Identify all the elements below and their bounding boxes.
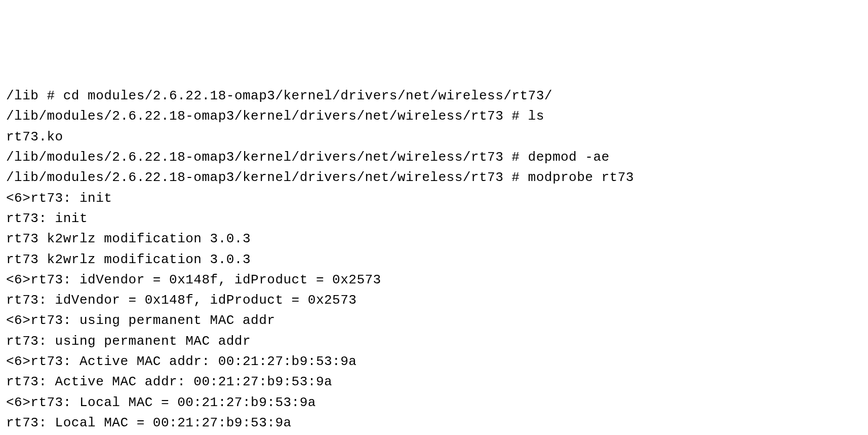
prompt-path: /lib	[6, 88, 38, 103]
prompt-hash: #	[503, 170, 528, 185]
terminal-line: <6>rt73: idVendor = 0x148f, idProduct = …	[6, 270, 862, 290]
output-text: rt73: init	[6, 211, 88, 226]
terminal-line: rt73: init	[6, 208, 862, 229]
prompt-path: /lib/modules/2.6.22.18-omap3/kernel/driv…	[6, 170, 503, 185]
terminal-line: rt73: Local MAC = 00:21:27:b9:53:9a	[6, 413, 862, 433]
prompt-path: /lib/modules/2.6.22.18-omap3/kernel/driv…	[6, 150, 503, 165]
command-text: depmod -ae	[528, 150, 610, 165]
terminal-output[interactable]: /lib # cd modules/2.6.22.18-omap3/kernel…	[6, 86, 862, 435]
output-text: rt73: using permanent MAC addr	[6, 334, 251, 349]
output-text: rt73 k2wrlz modification 3.0.3	[6, 231, 251, 246]
prompt-hash: #	[38, 88, 63, 103]
terminal-line: /lib/modules/2.6.22.18-omap3/kernel/driv…	[6, 147, 862, 167]
output-text: <6>rt73: init	[6, 191, 112, 206]
output-text: rt73: Active MAC addr: 00:21:27:b9:53:9a	[6, 374, 332, 389]
output-text: rt73.ko	[6, 129, 63, 144]
prompt-path: /lib/modules/2.6.22.18-omap3/kernel/driv…	[6, 108, 503, 124]
terminal-line: <6>rt73: Local MAC = 00:21:27:b9:53:9a	[6, 392, 862, 413]
terminal-line: /lib/modules/2.6.22.18-omap3/kernel/driv…	[6, 106, 862, 126]
terminal-line: /lib/modules/2.6.22.18-omap3/kernel/driv…	[6, 167, 862, 188]
output-text: <6>rt73: using permanent MAC addr	[6, 313, 275, 328]
prompt-hash: #	[503, 108, 528, 124]
command-text: modprobe rt73	[528, 170, 634, 185]
prompt-hash: #	[503, 150, 528, 165]
output-text: <6>rt73: idVendor = 0x148f, idProduct = …	[6, 272, 381, 287]
output-text: rt73 k2wrlz modification 3.0.3	[6, 252, 251, 267]
terminal-line: /lib # cd modules/2.6.22.18-omap3/kernel…	[6, 86, 862, 106]
terminal-line: rt73.ko	[6, 127, 862, 147]
output-text: rt73: Local MAC = 00:21:27:b9:53:9a	[6, 415, 292, 430]
terminal-line: <6>usbcore: registered new interface dri…	[6, 433, 862, 435]
output-text: <6>rt73: Active MAC addr: 00:21:27:b9:53…	[6, 354, 357, 369]
output-text: rt73: idVendor = 0x148f, idProduct = 0x2…	[6, 293, 357, 308]
terminal-line: rt73: Active MAC addr: 00:21:27:b9:53:9a	[6, 372, 862, 392]
output-text: <6>rt73: Local MAC = 00:21:27:b9:53:9a	[6, 395, 316, 410]
command-text: ls	[528, 108, 544, 124]
terminal-line: <6>rt73: init	[6, 188, 862, 208]
terminal-line: <6>rt73: Active MAC addr: 00:21:27:b9:53…	[6, 351, 862, 372]
terminal-line: rt73 k2wrlz modification 3.0.3	[6, 249, 862, 270]
terminal-line: rt73: using permanent MAC addr	[6, 331, 862, 351]
terminal-line: rt73: idVendor = 0x148f, idProduct = 0x2…	[6, 290, 862, 310]
command-text: cd modules/2.6.22.18-omap3/kernel/driver…	[63, 88, 553, 103]
terminal-line: rt73 k2wrlz modification 3.0.3	[6, 229, 862, 249]
terminal-line: <6>rt73: using permanent MAC addr	[6, 310, 862, 331]
